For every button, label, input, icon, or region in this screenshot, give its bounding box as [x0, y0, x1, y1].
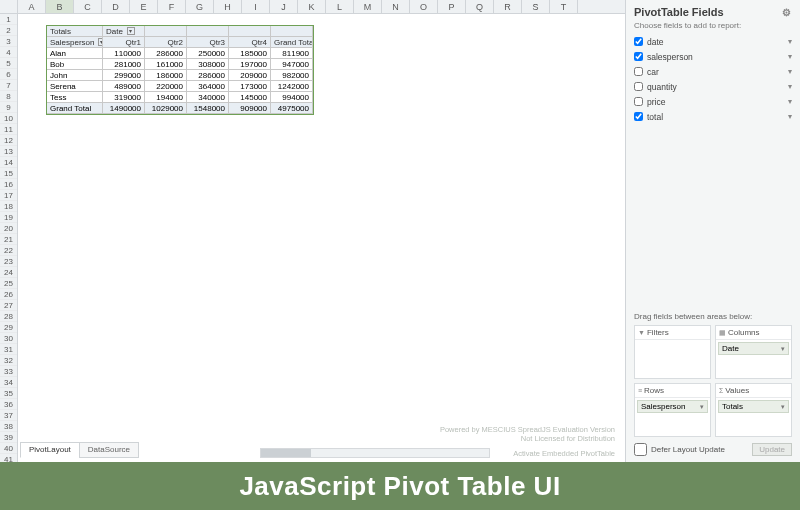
- col-header-A[interactable]: A: [18, 0, 46, 13]
- row-header[interactable]: 8: [0, 91, 17, 102]
- row-header[interactable]: 29: [0, 322, 17, 333]
- pivot-data-row[interactable]: Bob281000161000308000197000947000: [47, 59, 313, 70]
- pivot-data-row[interactable]: Serena4890002200003640001730001242000: [47, 81, 313, 92]
- row-header[interactable]: 24: [0, 267, 17, 278]
- row-header[interactable]: 39: [0, 432, 17, 443]
- field-item-total[interactable]: total▾: [634, 109, 792, 124]
- pivot-data-row[interactable]: John299000186000286000209000982000: [47, 70, 313, 81]
- pivot-col-field[interactable]: Date: [103, 26, 145, 37]
- col-header-S[interactable]: S: [522, 0, 550, 13]
- col-header-B[interactable]: B: [46, 0, 74, 13]
- row-header[interactable]: 36: [0, 399, 17, 410]
- field-checkbox[interactable]: [634, 67, 643, 76]
- area-values[interactable]: ΣValues Totals▾: [715, 383, 792, 437]
- row-header[interactable]: 41: [0, 454, 17, 462]
- row-header[interactable]: 34: [0, 377, 17, 388]
- field-checkbox[interactable]: [634, 82, 643, 91]
- row-header[interactable]: 26: [0, 289, 17, 300]
- chevron-down-icon[interactable]: ▾: [781, 403, 785, 411]
- row-header[interactable]: 1: [0, 14, 17, 25]
- row-header[interactable]: 21: [0, 234, 17, 245]
- col-header-D[interactable]: D: [102, 0, 130, 13]
- cells-container[interactable]: Totals Date Salesperson Qtr1 Qtr2 Qtr3 Q…: [18, 14, 625, 462]
- col-header-N[interactable]: N: [382, 0, 410, 13]
- chevron-down-icon[interactable]: ▾: [781, 345, 785, 353]
- field-checkbox[interactable]: [634, 52, 643, 61]
- field-item-salesperson[interactable]: salesperson▾: [634, 49, 792, 64]
- row-header[interactable]: 40: [0, 443, 17, 454]
- row-header[interactable]: 4: [0, 47, 17, 58]
- col-header-K[interactable]: K: [298, 0, 326, 13]
- row-header[interactable]: 31: [0, 344, 17, 355]
- pivot-data-row[interactable]: Tess319000194000340000145000994000: [47, 92, 313, 103]
- row-header[interactable]: 33: [0, 366, 17, 377]
- row-header[interactable]: 2: [0, 25, 17, 36]
- row-header[interactable]: 16: [0, 179, 17, 190]
- row-header[interactable]: 32: [0, 355, 17, 366]
- row-header[interactable]: 11: [0, 124, 17, 135]
- col-header-C[interactable]: C: [74, 0, 102, 13]
- col-header-O[interactable]: O: [410, 0, 438, 13]
- col-header-I[interactable]: I: [242, 0, 270, 13]
- field-checkbox[interactable]: [634, 97, 643, 106]
- chevron-down-icon[interactable]: ▾: [788, 37, 792, 46]
- col-header-Q[interactable]: Q: [466, 0, 494, 13]
- area-chip[interactable]: Salesperson▾: [637, 400, 708, 413]
- row-header[interactable]: 9: [0, 102, 17, 113]
- row-header[interactable]: 7: [0, 80, 17, 91]
- row-header[interactable]: 20: [0, 223, 17, 234]
- gear-icon[interactable]: ⚙: [782, 7, 792, 17]
- row-header[interactable]: 18: [0, 201, 17, 212]
- pivot-row-field[interactable]: Salesperson: [47, 37, 103, 48]
- field-checkbox[interactable]: [634, 37, 643, 46]
- sheet-tab-pivotlayout[interactable]: PivotLayout: [20, 442, 80, 458]
- field-item-date[interactable]: date▾: [634, 34, 792, 49]
- col-header-P[interactable]: P: [438, 0, 466, 13]
- chevron-down-icon[interactable]: ▾: [700, 403, 704, 411]
- row-header[interactable]: 38: [0, 421, 17, 432]
- row-header[interactable]: 12: [0, 135, 17, 146]
- field-item-price[interactable]: price▾: [634, 94, 792, 109]
- row-header[interactable]: 23: [0, 256, 17, 267]
- area-rows[interactable]: ≡Rows Salesperson▾: [634, 383, 711, 437]
- col-header-M[interactable]: M: [354, 0, 382, 13]
- col-header-L[interactable]: L: [326, 0, 354, 13]
- pivot-table[interactable]: Totals Date Salesperson Qtr1 Qtr2 Qtr3 Q…: [46, 25, 314, 115]
- pivot-data-row[interactable]: Alan110000286000250000185000811900: [47, 48, 313, 59]
- chevron-down-icon[interactable]: ▾: [788, 52, 792, 61]
- chevron-down-icon[interactable]: [127, 27, 135, 35]
- row-header[interactable]: 10: [0, 113, 17, 124]
- field-item-car[interactable]: car▾: [634, 64, 792, 79]
- chevron-down-icon[interactable]: ▾: [788, 82, 792, 91]
- row-header[interactable]: 14: [0, 157, 17, 168]
- row-header[interactable]: 15: [0, 168, 17, 179]
- col-header-G[interactable]: G: [186, 0, 214, 13]
- col-header-F[interactable]: F: [158, 0, 186, 13]
- field-checkbox[interactable]: [634, 112, 643, 121]
- area-chip[interactable]: Date▾: [718, 342, 789, 355]
- row-header[interactable]: 28: [0, 311, 17, 322]
- sheet-tab-datasource[interactable]: DataSource: [79, 442, 139, 458]
- chevron-down-icon[interactable]: ▾: [788, 67, 792, 76]
- col-header-H[interactable]: H: [214, 0, 242, 13]
- scrollbar-thumb[interactable]: [261, 449, 311, 457]
- defer-checkbox[interactable]: [634, 443, 647, 456]
- col-header-T[interactable]: T: [550, 0, 578, 13]
- field-item-quantity[interactable]: quantity▾: [634, 79, 792, 94]
- row-header[interactable]: 25: [0, 278, 17, 289]
- row-header[interactable]: 22: [0, 245, 17, 256]
- horizontal-scrollbar[interactable]: [260, 448, 490, 458]
- row-header[interactable]: 6: [0, 69, 17, 80]
- col-header-R[interactable]: R: [494, 0, 522, 13]
- row-header[interactable]: 19: [0, 212, 17, 223]
- chevron-down-icon[interactable]: ▾: [788, 112, 792, 121]
- col-header-J[interactable]: J: [270, 0, 298, 13]
- row-header[interactable]: 27: [0, 300, 17, 311]
- row-header[interactable]: 13: [0, 146, 17, 157]
- select-all-corner[interactable]: [0, 0, 18, 13]
- row-header[interactable]: 30: [0, 333, 17, 344]
- area-columns[interactable]: ▦Columns Date▾: [715, 325, 792, 379]
- row-header[interactable]: 3: [0, 36, 17, 47]
- row-header[interactable]: 35: [0, 388, 17, 399]
- row-header[interactable]: 37: [0, 410, 17, 421]
